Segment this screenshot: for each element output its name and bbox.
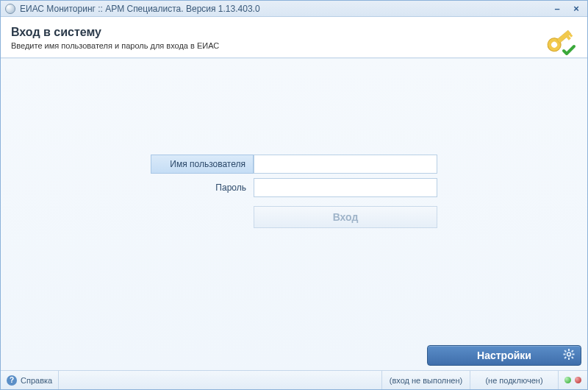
username-row: Имя пользователя [151,155,437,174]
gear-icon [563,349,575,363]
window-title: ЕИАС Мониторинг :: АРМ Специалиста. Верс… [20,4,551,14]
login-status: (вход не выполнен) [382,371,470,389]
statusbar: ? Справка (вход не выполнен) (не подключ… [1,370,587,389]
titlebar: ЕИАС Мониторинг :: АРМ Специалиста. Верс… [1,1,587,17]
svg-rect-8 [564,354,566,355]
page-title: Вход в систему [11,26,577,39]
led-red-icon [575,377,581,383]
login-form: Имя пользователя Пароль Вход [151,155,437,228]
app-window: ЕИАС Мониторинг :: АРМ Специалиста. Верс… [0,0,588,390]
svg-rect-13 [564,356,567,359]
window-controls: – × [551,4,583,14]
app-icon [5,4,15,14]
username-input[interactable] [254,155,437,174]
svg-rect-6 [568,349,570,351]
status-leds [559,371,587,389]
login-button[interactable]: Вход [254,206,437,228]
connection-status: (не подключен) [470,371,559,389]
password-label: Пароль [151,178,254,197]
svg-rect-12 [571,350,574,352]
page-subtitle: Введите имя пользователя и пароль для вх… [11,41,577,50]
settings-bar: Настройки [1,341,587,370]
password-input[interactable] [254,178,437,197]
help-icon: ? [7,375,17,386]
led-green-icon [564,377,571,383]
svg-point-14 [568,353,570,355]
svg-rect-9 [573,354,575,355]
svg-rect-7 [568,358,570,360]
settings-button-label: Настройки [477,350,531,361]
content-area: Имя пользователя Пароль Вход Настройки [1,58,587,370]
page-header: Вход в систему Введите имя пользователя … [1,17,587,58]
minimize-button[interactable]: – [551,4,564,14]
password-row: Пароль [151,178,437,197]
help-label: Справка [21,376,52,385]
help-button[interactable]: ? Справка [1,371,59,389]
key-icon [542,23,577,60]
username-label: Имя пользователя [151,155,254,174]
status-spacer [59,371,382,389]
settings-button[interactable]: Настройки [427,345,581,366]
svg-rect-11 [571,356,574,359]
close-button[interactable]: × [570,4,583,14]
svg-rect-10 [564,350,567,352]
